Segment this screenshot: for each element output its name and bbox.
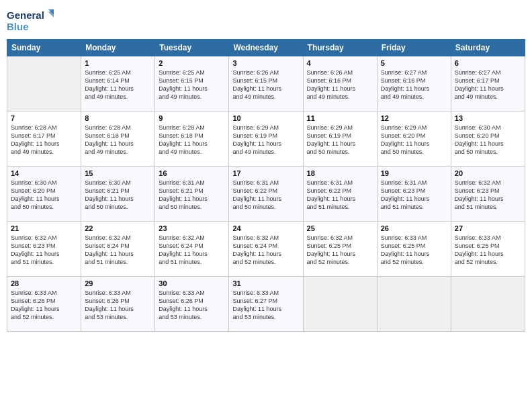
calendar-week-2: 7Sunrise: 6:28 AM Sunset: 6:17 PM Daylig… — [7, 111, 525, 167]
calendar-cell: 4Sunrise: 6:26 AM Sunset: 6:16 PM Daylig… — [303, 56, 377, 111]
day-number: 7 — [11, 114, 77, 122]
day-info: Sunrise: 6:32 AM Sunset: 6:23 PM Dayligh… — [11, 234, 77, 267]
day-number: 24 — [232, 224, 299, 232]
day-info: Sunrise: 6:29 AM Sunset: 6:19 PM Dayligh… — [307, 124, 373, 156]
day-info: Sunrise: 6:27 AM Sunset: 6:17 PM Dayligh… — [455, 68, 521, 101]
calendar-cell — [451, 277, 525, 332]
calendar-cell: 31Sunrise: 6:33 AM Sunset: 6:27 PM Dayli… — [229, 277, 303, 332]
weekday-header-tuesday: Tuesday — [155, 40, 229, 56]
calendar-cell: 24Sunrise: 6:32 AM Sunset: 6:24 PM Dayli… — [229, 222, 303, 277]
day-number: 19 — [381, 169, 447, 177]
weekday-header-thursday: Thursday — [303, 40, 377, 56]
calendar-cell: 15Sunrise: 6:30 AM Sunset: 6:21 PM Dayli… — [81, 167, 155, 222]
calendar-table: SundayMondayTuesdayWednesdayThursdayFrid… — [7, 39, 525, 332]
day-number: 23 — [159, 224, 225, 232]
calendar-cell: 8Sunrise: 6:28 AM Sunset: 6:18 PM Daylig… — [81, 111, 155, 167]
calendar-cell: 11Sunrise: 6:29 AM Sunset: 6:19 PM Dayli… — [303, 111, 377, 167]
day-number: 16 — [159, 169, 225, 177]
day-number: 18 — [307, 169, 373, 177]
day-info: Sunrise: 6:29 AM Sunset: 6:19 PM Dayligh… — [232, 124, 299, 156]
calendar-cell: 3Sunrise: 6:26 AM Sunset: 6:15 PM Daylig… — [229, 56, 303, 111]
calendar-cell: 18Sunrise: 6:31 AM Sunset: 6:22 PM Dayli… — [303, 167, 377, 222]
day-number: 31 — [232, 279, 299, 287]
weekday-header-saturday: Saturday — [451, 40, 525, 56]
calendar-cell: 19Sunrise: 6:31 AM Sunset: 6:23 PM Dayli… — [377, 167, 451, 222]
day-info: Sunrise: 6:28 AM Sunset: 6:18 PM Dayligh… — [85, 124, 151, 156]
calendar-cell — [303, 277, 377, 332]
calendar-cell: 16Sunrise: 6:31 AM Sunset: 6:21 PM Dayli… — [155, 167, 229, 222]
day-number: 10 — [232, 114, 299, 122]
day-info: Sunrise: 6:32 AM Sunset: 6:24 PM Dayligh… — [232, 234, 299, 267]
calendar-cell: 2Sunrise: 6:25 AM Sunset: 6:15 PM Daylig… — [155, 56, 229, 111]
day-info: Sunrise: 6:33 AM Sunset: 6:25 PM Dayligh… — [455, 234, 521, 267]
weekday-header-sunday: Sunday — [7, 40, 81, 56]
calendar-cell: 23Sunrise: 6:32 AM Sunset: 6:24 PM Dayli… — [155, 222, 229, 277]
calendar-cell: 25Sunrise: 6:32 AM Sunset: 6:25 PM Dayli… — [303, 222, 377, 277]
day-number: 6 — [455, 59, 521, 67]
day-number: 25 — [307, 224, 373, 232]
day-number: 12 — [381, 114, 447, 122]
day-info: Sunrise: 6:28 AM Sunset: 6:18 PM Dayligh… — [159, 124, 225, 156]
day-number: 8 — [85, 114, 151, 122]
day-number: 5 — [381, 59, 447, 67]
day-number: 13 — [455, 114, 521, 122]
logo-svg: General Blue — [7, 7, 54, 34]
day-number: 27 — [455, 224, 521, 232]
calendar-cell: 29Sunrise: 6:33 AM Sunset: 6:26 PM Dayli… — [81, 277, 155, 332]
calendar-cell: 28Sunrise: 6:33 AM Sunset: 6:26 PM Dayli… — [7, 277, 81, 332]
day-info: Sunrise: 6:31 AM Sunset: 6:23 PM Dayligh… — [381, 179, 447, 212]
weekday-header-friday: Friday — [377, 40, 451, 56]
calendar-cell: 17Sunrise: 6:31 AM Sunset: 6:22 PM Dayli… — [229, 167, 303, 222]
day-number: 21 — [11, 224, 77, 232]
day-info: Sunrise: 6:33 AM Sunset: 6:25 PM Dayligh… — [381, 234, 447, 267]
day-number: 20 — [455, 169, 521, 177]
calendar-cell: 14Sunrise: 6:30 AM Sunset: 6:20 PM Dayli… — [7, 167, 81, 222]
calendar-cell: 12Sunrise: 6:29 AM Sunset: 6:20 PM Dayli… — [377, 111, 451, 167]
day-info: Sunrise: 6:27 AM Sunset: 6:16 PM Dayligh… — [381, 68, 447, 101]
calendar-cell — [7, 56, 81, 111]
day-info: Sunrise: 6:26 AM Sunset: 6:16 PM Dayligh… — [307, 68, 373, 101]
day-info: Sunrise: 6:33 AM Sunset: 6:27 PM Dayligh… — [232, 289, 299, 322]
calendar-header: SundayMondayTuesdayWednesdayThursdayFrid… — [7, 40, 525, 56]
calendar-cell: 9Sunrise: 6:28 AM Sunset: 6:18 PM Daylig… — [155, 111, 229, 167]
svg-text:Blue: Blue — [7, 21, 29, 32]
day-number: 26 — [381, 224, 447, 232]
day-info: Sunrise: 6:32 AM Sunset: 6:23 PM Dayligh… — [455, 179, 521, 212]
day-info: Sunrise: 6:29 AM Sunset: 6:20 PM Dayligh… — [381, 124, 447, 156]
day-number: 28 — [11, 279, 77, 287]
day-info: Sunrise: 6:30 AM Sunset: 6:20 PM Dayligh… — [455, 124, 521, 156]
calendar-cell — [377, 277, 451, 332]
day-number: 29 — [85, 279, 151, 287]
logo: General Blue — [7, 7, 54, 34]
day-info: Sunrise: 6:31 AM Sunset: 6:22 PM Dayligh… — [307, 179, 373, 212]
day-info: Sunrise: 6:33 AM Sunset: 6:26 PM Dayligh… — [159, 289, 225, 322]
day-number: 30 — [159, 279, 225, 287]
calendar-week-5: 28Sunrise: 6:33 AM Sunset: 6:26 PM Dayli… — [7, 277, 525, 332]
calendar-cell: 21Sunrise: 6:32 AM Sunset: 6:23 PM Dayli… — [7, 222, 81, 277]
day-info: Sunrise: 6:30 AM Sunset: 6:20 PM Dayligh… — [11, 179, 77, 212]
weekday-header-wednesday: Wednesday — [229, 40, 303, 56]
calendar-cell: 13Sunrise: 6:30 AM Sunset: 6:20 PM Dayli… — [451, 111, 525, 167]
calendar-body: 1Sunrise: 6:25 AM Sunset: 6:14 PM Daylig… — [7, 56, 525, 332]
header: General Blue — [7, 7, 525, 34]
day-info: Sunrise: 6:26 AM Sunset: 6:15 PM Dayligh… — [232, 68, 299, 101]
day-number: 22 — [85, 224, 151, 232]
calendar-cell: 5Sunrise: 6:27 AM Sunset: 6:16 PM Daylig… — [377, 56, 451, 111]
day-number: 1 — [85, 59, 151, 67]
calendar-cell: 26Sunrise: 6:33 AM Sunset: 6:25 PM Dayli… — [377, 222, 451, 277]
day-info: Sunrise: 6:31 AM Sunset: 6:21 PM Dayligh… — [159, 179, 225, 212]
day-number: 9 — [159, 114, 225, 122]
day-info: Sunrise: 6:28 AM Sunset: 6:17 PM Dayligh… — [11, 124, 77, 156]
calendar-cell: 10Sunrise: 6:29 AM Sunset: 6:19 PM Dayli… — [229, 111, 303, 167]
day-info: Sunrise: 6:32 AM Sunset: 6:24 PM Dayligh… — [85, 234, 151, 267]
calendar-cell: 20Sunrise: 6:32 AM Sunset: 6:23 PM Dayli… — [451, 167, 525, 222]
calendar-week-4: 21Sunrise: 6:32 AM Sunset: 6:23 PM Dayli… — [7, 222, 525, 277]
day-number: 17 — [232, 169, 299, 177]
calendar-cell: 1Sunrise: 6:25 AM Sunset: 6:14 PM Daylig… — [81, 56, 155, 111]
day-number: 3 — [232, 59, 299, 67]
day-number: 11 — [307, 114, 373, 122]
day-info: Sunrise: 6:32 AM Sunset: 6:24 PM Dayligh… — [159, 234, 225, 267]
day-number: 2 — [159, 59, 225, 67]
day-info: Sunrise: 6:25 AM Sunset: 6:15 PM Dayligh… — [159, 68, 225, 101]
calendar-cell: 30Sunrise: 6:33 AM Sunset: 6:26 PM Dayli… — [155, 277, 229, 332]
